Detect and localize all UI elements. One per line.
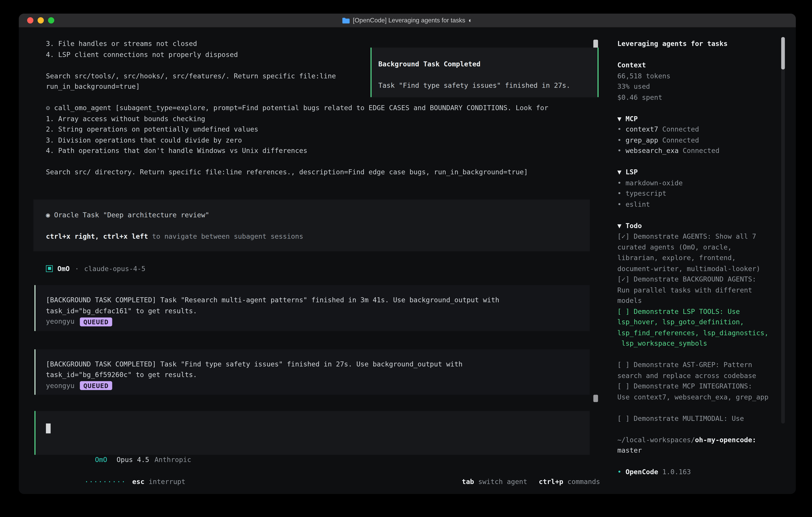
bullet-icon: • [617,468,621,475]
lsp-item: • eslint [617,199,792,210]
terminal-line: ⚙ call_omo_agent [subagent_type=explore,… [46,103,548,114]
task-meta: yeongyuQUEUED [46,380,579,391]
terminal-line: 4. LSP client connections not properly d… [46,49,336,60]
bullet-icon: • [617,147,626,155]
bullet-icon: • [617,190,626,197]
session-progress-icon: ◐ [468,17,472,24]
context-heading: Context [617,60,792,71]
lsp-heading: ▼ LSP [617,167,792,178]
lsp-list: • markdown-oxide• typescript• eslint [617,178,792,210]
todo-item-line: lsp_hover, lsp_goto_definition, [617,317,792,328]
mcp-item: • websearch_exa Connected [617,146,792,157]
todo-item-line: document-writer, multimodal-looker) [617,264,792,274]
window-title-text: [OpenCode] Leveraging agents for tasks [353,17,465,24]
traffic-lights [27,17,54,23]
task-user: yeongyu [46,317,75,327]
todo-item-line: [✓] Demonstrate AGENTS: Show all 7 [617,231,792,242]
context-stat: 66,518 tokens [617,71,792,82]
todo-item-line: [ ] Demonstrate MULTIMODAL: Use [617,413,792,424]
zoom-button[interactable] [48,17,54,23]
mcp-status: Connected [678,147,719,155]
task-message: [BACKGROUND TASK COMPLETED] Task "Resear… [34,285,590,331]
oracle-task-title: ◉ Oracle Task "Deep architecture review" [46,210,590,221]
tab-key: tab [462,478,474,485]
prompt-input[interactable]: OmOOpus 4.5Anthropic [34,411,590,455]
task-message: [BACKGROUND TASK COMPLETED] Task "Find t… [34,349,590,395]
terminal-line: 4. Path operations that don't handle Win… [46,146,548,157]
mcp-name: websearch_exa [626,147,679,155]
status-left: ·········escinterrupt [35,466,185,477]
mcp-item: • context7 Connected [617,124,792,135]
mcp-status: Connected [658,125,699,133]
blank-line [617,349,792,360]
blank-line [617,456,792,467]
todo-item-line: [ ] Demonstrate LSP TOOLS: Use [617,306,792,317]
queued-badge: QUEUED [80,317,112,326]
version-line: • OpenCode 1.0.163 [617,467,792,478]
mcp-status: Connected [658,136,699,144]
bullet-icon: • [617,179,626,187]
mcp-name: grep_app [626,136,658,144]
separator-dot: · [75,265,79,272]
input-model: Opus 4.5 [116,456,149,463]
sidebar-scrollbar[interactable] [781,37,785,424]
gear-icon: ⚙ [46,104,54,112]
task-user: yeongyu [46,380,75,391]
toast-body: Task "Find type safety issues" finished … [378,80,598,91]
lsp-name: markdown-oxide [626,179,683,187]
collapse-arrow-icon[interactable]: ▼ [617,114,621,123]
notification-toast: Background Task Completed Task "Find typ… [371,48,599,97]
lsp-name: typescript [626,190,666,197]
agent-model: claude-opus-4-5 [84,265,145,272]
terminal-line: 2. String operations on potentially unde… [46,124,548,135]
close-button[interactable] [27,17,33,23]
collapse-arrow-icon[interactable]: ▼ [617,222,621,229]
app-name: OpenCode [626,468,658,475]
mcp-list: • context7 Connected• grep_app Connected… [617,124,792,157]
tool-call-block: ⚙ call_omo_agent [subagent_type=explore,… [46,103,548,178]
context-stats: 66,518 tokens33% used$0.46 spent [617,71,792,103]
esc-label: interrupt [149,478,185,485]
scrollbar-thumb[interactable] [593,395,598,402]
scrollbar-thumb[interactable] [781,37,785,70]
workspace-branch: master [617,445,792,456]
tab-label: switch agent [478,478,527,485]
blank-line [617,403,792,413]
desktop: [OpenCode] Leveraging agents for tasks ◐… [0,0,812,517]
titlebar[interactable]: [OpenCode] Leveraging agents for tasks ◐ [19,13,796,28]
task-line: [BACKGROUND TASK COMPLETED] Task "Find t… [46,359,579,370]
context-stat: 33% used [617,81,792,92]
blank-line [617,424,792,435]
folder-icon [343,18,350,23]
mcp-item: • grep_app Connected [617,135,792,146]
todo-item-line: Use context7, websearch_exa, grep_app [617,392,792,403]
task-meta: yeongyuQUEUED [46,317,579,327]
queued-badge: QUEUED [80,381,112,390]
bullet-icon: • [617,200,626,208]
todo-item-line: curated agents (OmO, oracle, [617,242,792,253]
record-icon: ◉ [46,211,50,219]
status-right: tabswitch agentctrl+pcommands [413,466,600,477]
app-version: 1.0.163 [662,468,691,475]
sidebar: Leveraging agents for tasks Context 66,5… [617,38,792,478]
session-title: Leveraging agents for tasks [617,38,792,49]
bullet-icon: • [617,136,626,144]
terminal-line: 3. Division operations that could divide… [46,135,548,146]
collapse-arrow-icon[interactable]: ▼ [617,168,621,176]
terminal-line: 1. Array access without bounds checking [46,113,548,124]
terminal-line: Search src/ directory. Return specific f… [46,167,548,178]
blank-line [617,210,792,221]
terminal-line [46,60,336,71]
oracle-hint: ctrl+x right, ctrl+x left to navigate be… [46,231,590,242]
status-bar: ·········escinterrupt tabswitch agentctr… [35,466,600,477]
lsp-item: • typescript [617,189,792,199]
input-agent: OmO [95,456,107,463]
terminal-line [46,156,548,167]
minimize-button[interactable] [37,17,44,23]
mcp-heading: ▼ MCP [617,113,792,124]
agent-name: OmO [57,265,69,272]
blank-line [617,49,792,60]
window-title: [OpenCode] Leveraging agents for tasks ◐ [343,17,472,24]
toast-title: Background Task Completed [378,59,598,70]
terminal-line: run_in_background=true] [46,81,336,92]
